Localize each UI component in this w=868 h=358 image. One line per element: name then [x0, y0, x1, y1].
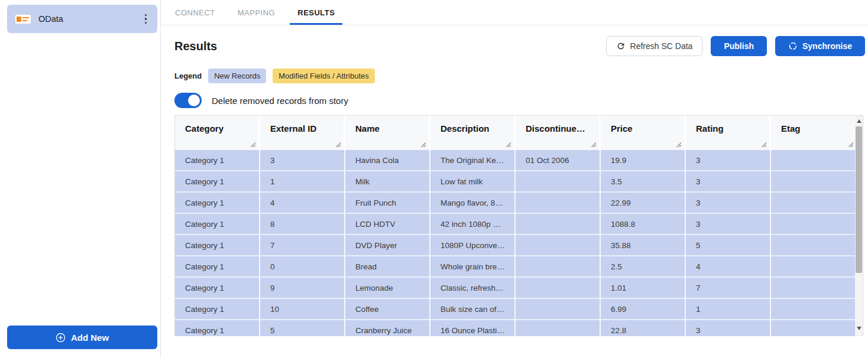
column-header: Name — [345, 116, 430, 150]
table-cell: Category 1 — [175, 193, 260, 214]
refresh-icon — [616, 41, 626, 51]
table-cell — [771, 256, 856, 278]
table-cell — [771, 150, 856, 171]
table-cell: 8 — [260, 214, 345, 235]
column-header-label: Price — [611, 123, 633, 134]
kebab-menu-icon[interactable] — [142, 11, 150, 28]
table-cell: 9 — [260, 278, 345, 299]
table-cell — [516, 320, 601, 336]
table-cell — [516, 256, 601, 278]
table-row[interactable]: Category 14Fruit PunchMango flavor, 8…22… — [175, 193, 856, 214]
table-cell: 5 — [260, 320, 345, 336]
column-resize-handle-icon[interactable] — [760, 141, 766, 147]
table-cell — [516, 193, 601, 214]
table-cell: 42 inch 1080p … — [430, 214, 516, 235]
column-header: Rating — [686, 116, 771, 150]
sidebar-item-odata[interactable]: OData — [7, 5, 157, 33]
table-cell: 1080P Upconve… — [430, 235, 516, 256]
scrollbar-thumb[interactable] — [856, 126, 862, 273]
table-row[interactable]: Category 18LCD HDTV42 inch 1080p …1088.8… — [175, 214, 856, 235]
publish-button[interactable]: Publish — [711, 36, 767, 56]
results-table: CategoryExternal IDNameDescriptionDiscon… — [174, 115, 863, 336]
table-cell — [516, 299, 601, 320]
table-cell: Havina Cola — [345, 150, 430, 171]
table-cell: 1.01 — [601, 278, 686, 299]
add-new-label: Add New — [71, 333, 109, 343]
table-cell: 3 — [260, 150, 345, 171]
column-resize-handle-icon[interactable] — [335, 141, 341, 147]
table-cell: The Original Ke… — [430, 150, 516, 171]
main-panel: CONNECT MAPPING RESULTS Results Refresh … — [161, 0, 868, 358]
column-header-label: Description — [441, 123, 490, 134]
table-row[interactable]: Category 11MilkLow fat milk3.53 — [175, 171, 856, 193]
table-cell — [771, 278, 856, 299]
table-cell: 3 — [686, 171, 771, 193]
table-cell: 35.88 — [601, 235, 686, 256]
column-resize-handle-icon[interactable] — [505, 141, 511, 147]
table-row[interactable]: Category 15Cranberry Juice16 Ounce Plast… — [175, 320, 856, 336]
table-row[interactable]: Category 17DVD Player1080P Upconve…35.88… — [175, 235, 856, 256]
table-row[interactable]: Category 110CoffeeBulk size can of…6.991 — [175, 299, 856, 320]
table-cell: Bulk size can of… — [430, 299, 516, 320]
tab-mapping[interactable]: MAPPING — [230, 0, 283, 25]
table-row[interactable]: Category 10BreadWhole grain bre…2.54 — [175, 256, 856, 278]
table-cell: 1088.8 — [601, 214, 686, 235]
table-cell: Category 1 — [175, 235, 260, 256]
column-header-label: Rating — [696, 123, 724, 134]
synchronise-button[interactable]: Synchronise — [775, 36, 865, 56]
table-cell: 22.99 — [601, 193, 686, 214]
column-header: Category — [175, 116, 260, 150]
table-cell: Bread — [345, 256, 430, 278]
table-cell: Category 1 — [175, 278, 260, 299]
table-cell: 6.99 — [601, 299, 686, 320]
table-cell: 16 Ounce Plasti… — [430, 320, 516, 336]
table-cell: Category 1 — [175, 214, 260, 235]
column-header-label: Discontinue… — [526, 123, 585, 134]
vertical-scrollbar[interactable] — [855, 116, 863, 336]
table-cell: 19.9 — [601, 150, 686, 171]
plus-circle-icon — [56, 333, 66, 343]
column-resize-handle-icon[interactable] — [847, 141, 853, 147]
table-row[interactable]: Category 19LemonadeClassic, refresh…1.01… — [175, 278, 856, 299]
table-header-row: CategoryExternal IDNameDescriptionDiscon… — [175, 116, 856, 150]
delete-removed-toggle[interactable] — [174, 93, 202, 108]
column-header-label: Category — [185, 123, 224, 134]
table-cell: Category 1 — [175, 256, 260, 278]
scroll-up-arrow-icon[interactable] — [855, 117, 863, 125]
column-header-label: External ID — [270, 123, 316, 134]
table-cell — [771, 320, 856, 336]
table-cell: 4 — [260, 193, 345, 214]
legend-label: Legend — [174, 71, 202, 80]
table-cell: 3 — [686, 214, 771, 235]
refresh-button-label: Refresh SC Data — [630, 41, 693, 51]
tab-results[interactable]: RESULTS — [290, 0, 342, 25]
table-cell: 3 — [686, 150, 771, 171]
table-cell: Low fat milk — [430, 171, 516, 193]
column-resize-handle-icon[interactable] — [675, 141, 681, 147]
source-item-label: OData — [38, 14, 63, 24]
table-cell: Fruit Punch — [345, 193, 430, 214]
refresh-sc-data-button[interactable]: Refresh SC Data — [606, 36, 703, 56]
column-resize-handle-icon[interactable] — [250, 141, 255, 147]
legend: Legend New Records Modified Fields / Att… — [174, 69, 865, 83]
scroll-down-arrow-icon[interactable] — [855, 324, 863, 333]
table-cell: 10 — [260, 299, 345, 320]
column-resize-handle-icon[interactable] — [590, 141, 596, 147]
table-cell — [516, 171, 601, 193]
table-row[interactable]: Category 13Havina ColaThe Original Ke…01… — [175, 150, 856, 171]
table-cell: 3 — [686, 320, 771, 336]
column-header-label: Etag — [781, 123, 801, 134]
table-cell: 2.5 — [601, 256, 686, 278]
tab-connect[interactable]: CONNECT — [167, 0, 223, 25]
add-new-button[interactable]: Add New — [7, 326, 157, 349]
table-cell: 0 — [260, 256, 345, 278]
column-resize-handle-icon[interactable] — [420, 141, 426, 147]
table-cell: 22.8 — [601, 320, 686, 336]
column-header: Description — [430, 116, 516, 150]
table-cell: Mango flavor, 8… — [430, 193, 516, 214]
table-cell: 7 — [686, 278, 771, 299]
odata-logo-icon — [15, 15, 31, 24]
table-cell: Category 1 — [175, 171, 260, 193]
table-body: Category 13Havina ColaThe Original Ke…01… — [175, 150, 856, 336]
table-cell: 3 — [686, 193, 771, 214]
